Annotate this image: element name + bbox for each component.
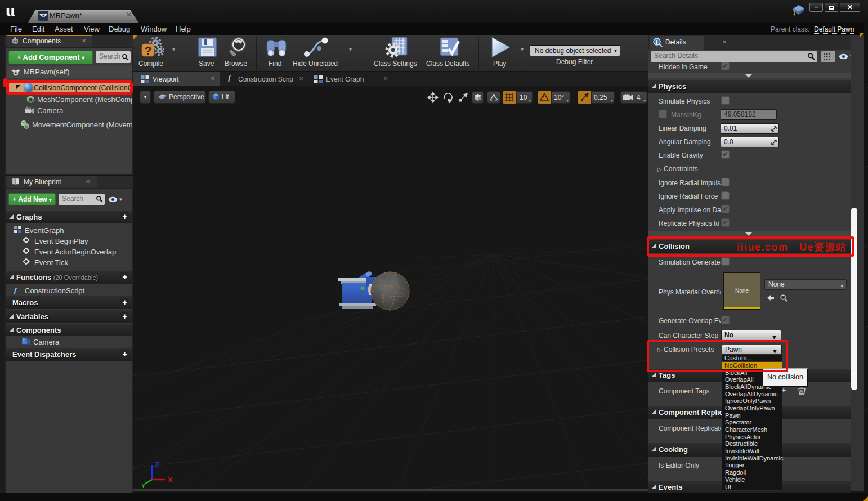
svg-text:Y: Y — [141, 482, 146, 489]
svg-text:X: X — [168, 476, 173, 484]
svg-text:Z: Z — [155, 460, 159, 469]
svg-text:?: ? — [145, 44, 151, 57]
svg-text:u: u — [6, 1, 15, 19]
svg-text:i: i — [656, 39, 657, 45]
